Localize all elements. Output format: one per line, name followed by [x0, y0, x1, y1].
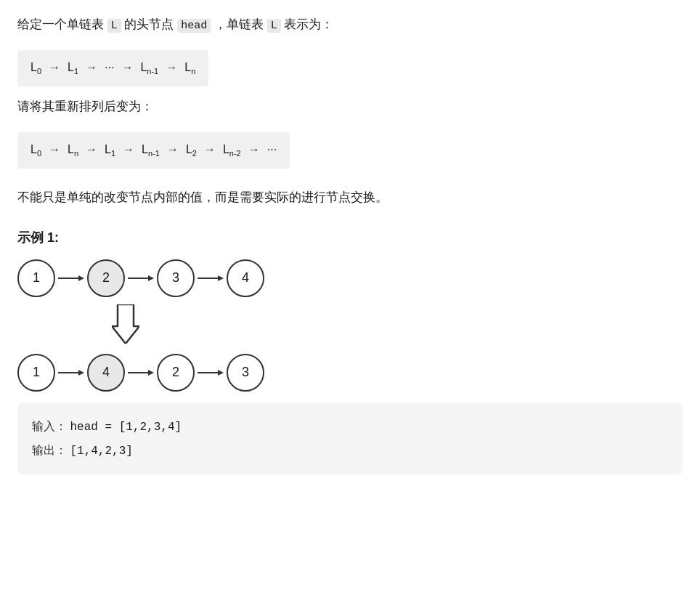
intro-text-mid: 的头节点: [121, 17, 177, 31]
node-after-4: 3: [227, 354, 264, 392]
node-before-2-label: 2: [102, 270, 110, 286]
seq2-arrow3: →: [123, 139, 134, 161]
node-before-3-label: 3: [172, 270, 179, 286]
svg-marker-1: [78, 275, 84, 281]
node-after-3-label: 2: [172, 365, 179, 380]
seq2-L1: L1: [105, 139, 115, 161]
sequence-1-items: L0 → L1 → ··· → Ln-1 → Ln: [30, 57, 195, 79]
node-before-2: 2: [87, 259, 125, 297]
intro-paragraph: 给定一个单链表 L 的头节点 head ，单链表 L 表示为：: [17, 15, 683, 36]
intro-L2: L: [267, 19, 281, 33]
seq1-L1: L1: [68, 57, 78, 79]
node-before-1-label: 1: [33, 270, 40, 286]
seq2-Ln2: Ln-2: [223, 139, 241, 161]
node-before-4-label: 4: [242, 270, 249, 286]
seq2-arrow1: →: [49, 139, 60, 161]
intro-L1: L: [107, 19, 121, 33]
seq1-L0: L0: [30, 57, 41, 79]
seq2-arrow4: →: [167, 139, 179, 161]
down-arrow-icon: [112, 304, 139, 344]
input-label: 输入：: [32, 420, 67, 432]
input-value: head = [1,2,3,4]: [70, 421, 182, 434]
example-1-io-box: 输入： head = [1,2,3,4] 输出： [1,4,2,3]: [17, 403, 683, 474]
seq2-Ln1: Ln-1: [142, 139, 160, 161]
seq2-Ln: Ln: [68, 139, 78, 161]
node-before-4: 4: [227, 259, 264, 297]
svg-marker-10: [148, 370, 154, 376]
rearrange-label: 请将其重新排列后变为：: [17, 97, 683, 118]
input-line: 输入： head = [1,2,3,4]: [32, 415, 668, 439]
example-1-title: 示例 1:: [17, 229, 683, 246]
seq1-Ln: Ln: [184, 57, 195, 79]
sequence-2-items: L0 → Ln → L1 → Ln-1 → L2 → Ln-2 → ···: [30, 139, 277, 161]
down-arrow-container: [17, 304, 683, 344]
arrow-after-1: [58, 367, 84, 379]
seq1-arrow4: →: [166, 57, 177, 78]
svg-marker-8: [78, 370, 84, 376]
diagram-container: 1 2 3: [17, 259, 683, 392]
node-after-1-label: 1: [33, 365, 40, 380]
node-after-2-label: 4: [102, 365, 110, 380]
linked-list-before: 1 2 3: [17, 259, 683, 297]
node-after-3: 2: [157, 354, 195, 392]
svg-marker-3: [148, 275, 154, 281]
output-line: 输出： [1,4,2,3]: [32, 439, 668, 463]
seq2-dots: ···: [267, 139, 277, 161]
seq1-dots: ···: [105, 57, 114, 78]
arrow-before-3: [198, 272, 224, 284]
node-after-1: 1: [17, 354, 55, 392]
example-1-section: 示例 1: 1 2: [17, 229, 683, 474]
linked-list-after: 1 4 2: [17, 354, 683, 392]
node-before-1: 1: [17, 259, 55, 297]
seq1-arrow3: →: [121, 57, 133, 78]
arrow-before-1: [58, 272, 84, 284]
seq1-arrow1: →: [49, 57, 60, 78]
node-after-2: 4: [87, 354, 125, 392]
output-label: 输出：: [32, 444, 67, 456]
intro-text-end: 表示为：: [281, 17, 334, 31]
svg-marker-6: [112, 304, 139, 344]
sequence-box-1: L0 → L1 → ··· → Ln-1 → Ln: [17, 50, 208, 86]
seq2-arrow5: →: [204, 139, 216, 161]
node-after-4-label: 3: [242, 365, 249, 380]
constraint-text: 不能只是单纯的改变节点内部的值，而是需要实际的进行节点交换。: [17, 187, 683, 209]
seq1-Ln1: Ln-1: [140, 57, 158, 79]
output-value: [1,4,2,3]: [70, 445, 132, 458]
svg-marker-5: [218, 275, 224, 281]
arrow-after-2: [128, 367, 154, 379]
seq2-arrow2: →: [86, 139, 97, 161]
intro-text-pre: 给定一个单链表: [17, 17, 107, 31]
sequence-box-2: L0 → Ln → L1 → Ln-1 → L2 → Ln-2 → ···: [17, 132, 290, 169]
seq2-arrow6: →: [248, 139, 260, 161]
svg-marker-12: [218, 370, 224, 376]
arrow-after-3: [198, 367, 224, 379]
intro-head: head: [177, 19, 211, 33]
intro-text-post: ，单链表: [211, 17, 266, 31]
seq2-L0: L0: [30, 139, 41, 161]
seq2-L2: L2: [186, 139, 197, 161]
seq1-arrow2: →: [86, 57, 97, 78]
arrow-before-2: [128, 272, 154, 284]
node-before-3: 3: [157, 259, 195, 297]
